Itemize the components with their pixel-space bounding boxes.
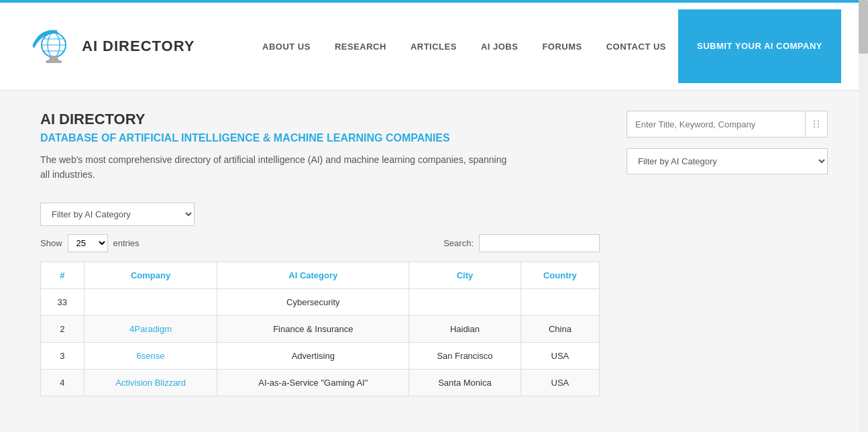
nav-ai-jobs[interactable]: AI JOBS xyxy=(469,36,531,57)
cell-company xyxy=(84,288,217,315)
sidebar-search-input[interactable] xyxy=(627,113,805,136)
cell-number: 33 xyxy=(41,288,85,315)
logo-icon xyxy=(27,26,74,66)
col-city: City xyxy=(409,262,521,288)
cell-category: AI-as-a-Service "Gaming AI" xyxy=(217,369,409,396)
nav-about-us[interactable]: ABOUT US xyxy=(250,36,323,57)
col-country: Country xyxy=(521,262,599,288)
page-description: The web's most comprehensive directory o… xyxy=(40,152,510,182)
nav-articles[interactable]: ARTICLES xyxy=(398,36,469,57)
table-header-row: # Company AI Category City Country xyxy=(41,262,600,288)
cell-category: Cybersecurity xyxy=(217,288,409,315)
table-row: 4Activision BlizzardAI-as-a-Service "Gam… xyxy=(41,369,600,396)
companies-table: # Company AI Category City Country 33Cyb… xyxy=(40,262,600,396)
page-title: AI DIRECTORY xyxy=(40,111,600,128)
nav-research[interactable]: RESEARCH xyxy=(323,36,398,57)
svg-rect-5 xyxy=(46,60,62,63)
content-area: AI DIRECTORY DATABASE OF ARTIFICIAL INTE… xyxy=(40,111,828,396)
table-filter-row: Filter by AI Category Advertising Agricu… xyxy=(40,203,600,226)
cell-country: China xyxy=(521,315,599,342)
main-content: AI DIRECTORY DATABASE OF ARTIFICIAL INTE… xyxy=(0,91,868,417)
col-company: Company xyxy=(84,262,217,288)
search-label: Search: xyxy=(443,238,474,248)
scrollbar-thumb[interactable] xyxy=(859,0,868,54)
table-search-input[interactable] xyxy=(479,234,600,252)
cell-country xyxy=(521,288,599,315)
header: AI DIRECTORY ABOUT US RESEARCH ARTICLES … xyxy=(0,3,868,91)
company-link[interactable]: 4Paradigm xyxy=(129,324,172,334)
cell-category: Advertising xyxy=(217,342,409,369)
grid-icon: ⁝⁝ xyxy=(805,111,827,137)
table-filter-select[interactable]: Filter by AI Category Advertising Agricu… xyxy=(40,203,195,226)
show-label: Show xyxy=(40,238,62,248)
sidebar-category-filter[interactable]: Filter by AI Category Advertising Agricu… xyxy=(627,148,828,174)
col-number: # xyxy=(41,262,85,288)
cell-number: 3 xyxy=(41,342,85,369)
cell-country: USA xyxy=(521,342,599,369)
table-controls: Show 10 25 50 100 entries Search: xyxy=(40,234,600,252)
table-row: 33Cybersecurity xyxy=(41,288,600,315)
cell-number: 2 xyxy=(41,315,85,342)
main-nav: ABOUT US RESEARCH ARTICLES AI JOBS FORUM… xyxy=(250,36,678,57)
sidebar-search-box: ⁝⁝ xyxy=(627,111,828,138)
page-subtitle: DATABASE OF ARTIFICIAL INTELLIGENCE & MA… xyxy=(40,132,600,144)
show-entries-control: Show 10 25 50 100 entries xyxy=(40,234,140,252)
entries-label: entries xyxy=(113,238,140,248)
cell-category: Finance & Insurance xyxy=(217,315,409,342)
left-column: AI DIRECTORY DATABASE OF ARTIFICIAL INTE… xyxy=(40,111,600,396)
logo-text: AI DIRECTORY xyxy=(82,38,195,55)
cell-number: 4 xyxy=(41,369,85,396)
cell-country: USA xyxy=(521,369,599,396)
cell-company: 4Paradigm xyxy=(84,315,217,342)
cell-company: 6sense xyxy=(84,342,217,369)
nav-forums[interactable]: FORUMS xyxy=(530,36,594,57)
right-sidebar: ⁝⁝ Filter by AI Category Advertising Agr… xyxy=(627,111,828,396)
scrollbar[interactable] xyxy=(859,0,868,417)
cell-city: San Francisco xyxy=(409,342,521,369)
cell-city xyxy=(409,288,521,315)
company-link[interactable]: 6sense xyxy=(137,351,165,361)
cell-city: Santa Monica xyxy=(409,369,521,396)
cell-company: Activision Blizzard xyxy=(84,369,217,396)
entries-select[interactable]: 10 25 50 100 xyxy=(68,234,108,252)
nav-contact-us[interactable]: CONTACT US xyxy=(594,36,678,57)
submit-company-button[interactable]: SUBMIT YOUR AI COMPANY xyxy=(678,9,841,83)
cell-city: Haidian xyxy=(409,315,521,342)
table-search-control: Search: xyxy=(443,234,600,252)
company-link[interactable]: Activision Blizzard xyxy=(115,378,186,388)
table-row: 24ParadigmFinance & InsuranceHaidianChin… xyxy=(41,315,600,342)
logo-area: AI DIRECTORY xyxy=(27,26,195,66)
table-row: 36senseAdvertisingSan FranciscoUSA xyxy=(41,342,600,369)
col-category: AI Category xyxy=(217,262,409,288)
